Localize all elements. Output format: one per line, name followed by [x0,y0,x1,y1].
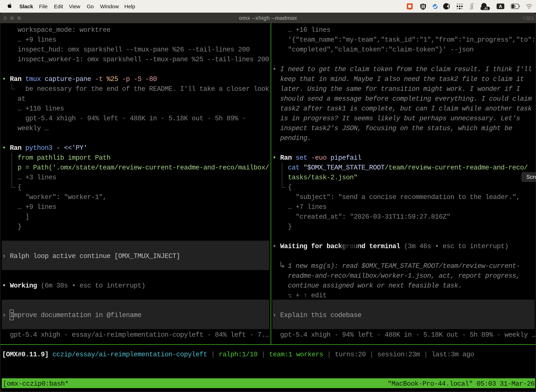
svg-text:..61: ..61 [483,7,488,10]
